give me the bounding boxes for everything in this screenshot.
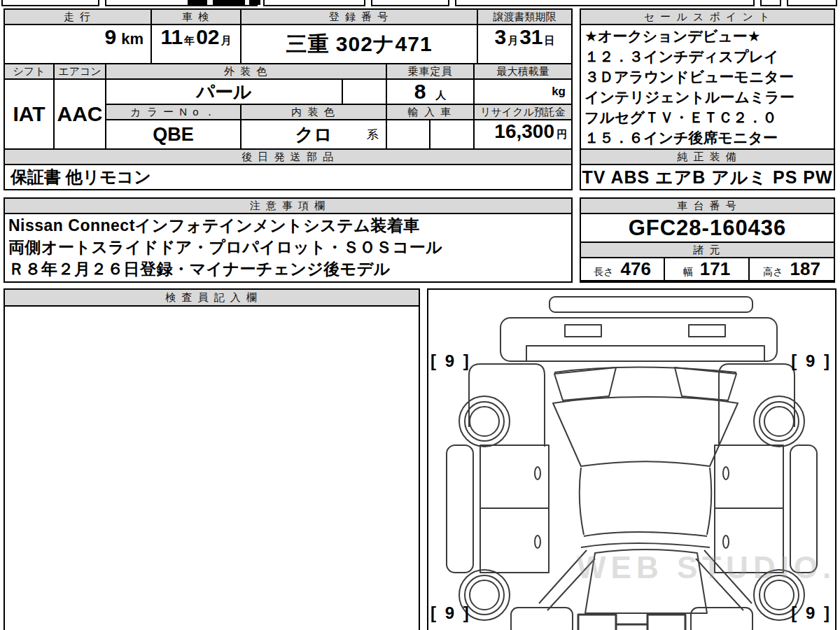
sales-points-body: ★オークションデビュー★ １２．３インチディスプレイ ３Ｄアラウンドビューモニタ… <box>581 25 834 150</box>
notes-block: 注 意 事 項 欄 Nissan Connectインフォテインメントシステム装着… <box>4 197 573 283</box>
chassis-header: 車 台 番 号 <box>581 199 834 214</box>
capacity-unit: 人 <box>435 89 446 102</box>
length-label: 長さ <box>594 266 613 279</box>
shaken-month-unit: 月 <box>221 34 232 48</box>
later-parts-value-cell: 保証書 他リモコン <box>5 165 571 189</box>
recycle-deposit-unit: 円 <box>556 128 567 141</box>
equipment-value-cell: TV ABS エアB アルミ PS PW <box>581 165 834 189</box>
note-line: Ｒ８年２月２６日登録・マイナーチェンジ後モデル <box>8 258 442 280</box>
color-no-value: QBE <box>153 124 194 146</box>
sales-points-header: セ ー ル ス ポ イ ン ト <box>581 10 834 25</box>
aircon-header: エアコン <box>55 64 106 80</box>
note-line: 両側オートスライドドア・プロパイロット・ＳＯＳコール <box>8 237 442 258</box>
later-parts-header: 後 日 発 送 部 品 <box>5 150 571 165</box>
chassis-value-cell: GFC28-160436 <box>581 214 834 243</box>
later-parts-value: 保証書 他リモコン <box>10 166 151 188</box>
width-value: 171 <box>700 258 730 280</box>
shaken-value-cell: 11 年 02 月 <box>152 25 241 64</box>
mileage-header-label: 走 行 <box>64 10 92 24</box>
payload-unit: kg <box>552 85 566 99</box>
import-value-cell-2 <box>430 120 475 150</box>
roof-rear-arc-1 <box>584 532 707 536</box>
exterior-color-value-cell: パール <box>106 80 343 105</box>
width-cell: 幅 171 <box>665 258 750 281</box>
aircon-value: AAC <box>57 102 103 126</box>
exterior-color-header-label: 外 装 色 <box>224 65 268 78</box>
car-diagram-panel: [ 9 ] [ 9 ] [ 9 ] [ 9 ] WEB STUDIO.PRO <box>427 288 836 630</box>
color-no-header-label: カ ラ ー N o ． <box>130 106 216 119</box>
roof-rear-arc-2 <box>581 543 710 547</box>
hood-edge <box>526 346 764 361</box>
front-bumper-outline <box>500 318 777 361</box>
shaken-header-label: 車 検 <box>182 10 210 24</box>
transfer-deadline-value-cell: 3 月 31 日 <box>478 25 571 64</box>
corner-mark-rear-right: [ 9 ] <box>791 603 832 623</box>
height-cell: 高さ 187 <box>750 258 834 281</box>
sales-point-line: ３Ｄアラウンドビューモニター <box>584 66 794 87</box>
wiper-panel-right <box>675 368 736 400</box>
length-value: 476 <box>620 258 650 280</box>
inspector-header-label: 検 査 員 記 入 欄 <box>165 291 258 304</box>
payload-header: 最大積載量 <box>475 64 571 80</box>
sales-point-line: ★オークションデビュー★ <box>584 26 794 46</box>
chassis-header-label: 車 台 番 号 <box>677 200 738 213</box>
interior-color-header-label: 内 装 色 <box>291 106 335 119</box>
door-handle-left-rear <box>535 536 540 548</box>
sales-points-header-label: セ ー ル ス ポ イ ン ト <box>644 10 771 24</box>
registration-header: 登 録 番 号 <box>241 10 478 25</box>
recycle-deposit-value: 16,300 <box>494 120 554 143</box>
capacity-header: 乗車定員 <box>387 64 475 80</box>
tail-light-right <box>648 615 685 630</box>
shift-value: IAT <box>13 102 45 126</box>
transfer-deadline-header-label: 譲渡書類期限 <box>493 10 556 24</box>
chassis-value: GFC28-160436 <box>629 216 787 241</box>
color-no-value-cell: QBE <box>106 120 241 150</box>
exterior-color-empty-cell <box>343 80 387 105</box>
later-parts-header-label: 後 日 発 送 部 品 <box>241 150 335 164</box>
shift-value-cell: IAT <box>5 80 55 150</box>
door-handle-right-front <box>723 467 729 479</box>
notes-body: Nissan Connectインフォテインメントシステム装着車 両側オートスライ… <box>5 214 571 280</box>
wiper-panel-left <box>554 368 616 400</box>
auction-sheet: 走 行 車 検 登 録 番 号 譲渡書類期限 9 km 11 年 02 月 三重… <box>0 0 840 630</box>
mileage-unit: km <box>121 30 144 48</box>
shift-header: シフト <box>5 64 55 80</box>
mileage-value-cell: 9 km <box>5 25 152 64</box>
mileage-value: 9 <box>105 25 117 49</box>
transfer-month-unit: 月 <box>507 34 518 48</box>
sales-point-line: １２．３インチディスプレイ <box>584 46 794 66</box>
import-header: 輸 入 車 <box>387 105 475 120</box>
registration-value-cell: 三重 302ナ471 <box>241 25 478 64</box>
shaken-month: 02 <box>196 25 219 49</box>
width-label: 幅 <box>683 266 693 279</box>
equipment-header: 純 正 装 備 <box>581 150 834 165</box>
roof-strip-outline <box>550 297 752 312</box>
registration-header-label: 登 録 番 号 <box>329 10 390 24</box>
watermark: WEB STUDIO.PRO <box>577 550 836 585</box>
aircon-header-label: エアコン <box>58 65 101 78</box>
shift-header-label: シフト <box>13 65 45 78</box>
exterior-color-value: パール <box>196 80 251 104</box>
recycle-deposit-value-cell: 16,300 円 <box>475 120 571 150</box>
registration-value: 三重 302ナ471 <box>286 30 432 59</box>
sales-points-block: セ ー ル ス ポ イ ン ト ★オークションデビュー★ １２．３インチディスプ… <box>580 8 835 190</box>
payload-header-label: 最大積載量 <box>497 65 550 78</box>
payload-value-cell: kg <box>475 80 571 105</box>
aircon-value-cell: AAC <box>55 80 106 150</box>
transfer-day: 31 <box>519 25 542 49</box>
sales-point-line: フルセグＴＶ・ＥＴＣ２．０ <box>584 107 794 127</box>
transfer-day-unit: 日 <box>545 34 555 48</box>
capacity-value: 8 <box>414 80 426 104</box>
front-sensor-left <box>565 325 601 337</box>
front-sensor-right <box>689 325 725 337</box>
front-wheel-left-icon <box>459 396 510 447</box>
rear-quarter-left <box>511 608 573 630</box>
recycle-deposit-header-label: リサイクル預託金 <box>480 106 566 119</box>
vehicle-info-table: 走 行 車 検 登 録 番 号 譲渡書類期限 9 km 11 年 02 月 三重… <box>4 8 573 190</box>
interior-color-value-cell: クロ 系 <box>241 120 387 150</box>
sales-point-line: インテリジェントルームミラー <box>584 87 794 107</box>
exterior-color-header: 外 装 色 <box>106 64 387 80</box>
shaken-year: 11 <box>160 25 183 49</box>
height-value: 187 <box>790 258 820 280</box>
interior-color-header: 内 装 色 <box>241 105 387 120</box>
